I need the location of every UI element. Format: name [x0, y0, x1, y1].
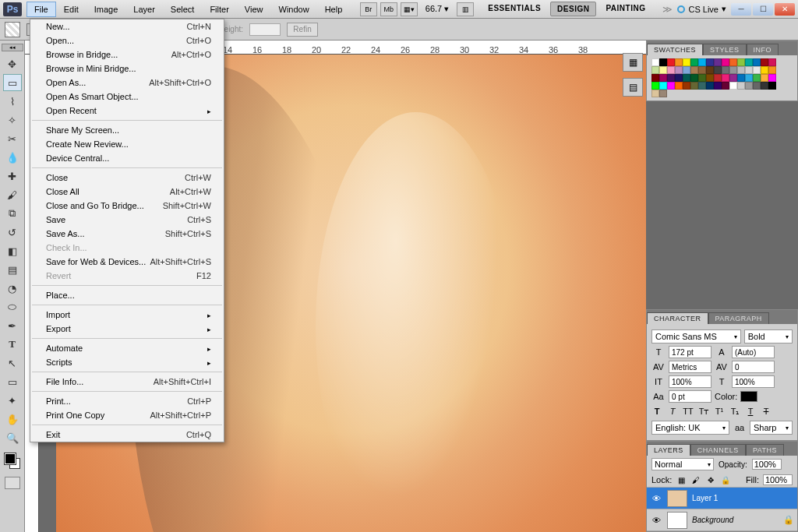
tab-swatches[interactable]: SWATCHES: [647, 44, 703, 55]
menuitem-print[interactable]: Print...Ctrl+P: [30, 394, 224, 408]
swatch[interactable]: [745, 74, 753, 82]
menu-file[interactable]: File: [26, 2, 56, 17]
swatch[interactable]: [683, 82, 690, 90]
swatch[interactable]: [698, 58, 706, 66]
font-family-select[interactable]: Comic Sans MS: [651, 329, 741, 344]
layer-thumbnail[interactable]: [667, 512, 687, 529]
menuitem-open-recent[interactable]: Open Recent: [30, 104, 224, 118]
swatch[interactable]: [768, 66, 776, 74]
swatch[interactable]: [761, 58, 768, 66]
swatch[interactable]: [761, 74, 768, 82]
swatch[interactable]: [722, 66, 729, 74]
tab-paragraph[interactable]: PARAGRAPH: [708, 312, 769, 324]
strike-button[interactable]: T: [761, 407, 772, 417]
refine-edge-button[interactable]: Refin: [287, 23, 318, 37]
history-brush-tool[interactable]: ↺: [3, 224, 22, 241]
swatch[interactable]: [659, 66, 667, 74]
color-picker[interactable]: [3, 452, 22, 470]
swatch[interactable]: [737, 82, 745, 90]
lock-all[interactable]: 🔒: [720, 474, 731, 485]
dodge-tool[interactable]: ⬭: [3, 298, 22, 315]
swatch[interactable]: [667, 74, 675, 82]
menuitem-save-for-web-devices[interactable]: Save for Web & Devices...Alt+Shift+Ctrl+…: [30, 255, 224, 269]
workspace-essentials[interactable]: ESSENTIALS: [482, 2, 547, 16]
menuitem-open-as-smart-object[interactable]: Open As Smart Object...: [30, 90, 224, 104]
swatch[interactable]: [745, 82, 753, 90]
swatch[interactable]: [737, 66, 745, 74]
type-tool[interactable]: T: [3, 336, 22, 353]
swatch[interactable]: [714, 66, 722, 74]
menuitem-browse-in-mini-bridge[interactable]: Browse in Mini Bridge...: [30, 62, 224, 76]
menuitem-export[interactable]: Export: [30, 322, 224, 336]
swatch[interactable]: [714, 58, 722, 66]
language-select[interactable]: English: UK: [651, 421, 729, 435]
window-maximize[interactable]: ☐: [753, 3, 773, 16]
swatch-grid[interactable]: [651, 58, 793, 97]
blur-tool[interactable]: ◔: [3, 280, 22, 297]
swatch[interactable]: [722, 58, 729, 66]
menuitem-file-info[interactable]: File Info...Alt+Shift+Ctrl+I: [30, 375, 224, 389]
menuitem-close-all[interactable]: Close AllAlt+Ctrl+W: [30, 185, 224, 199]
subscript-button[interactable]: T₁: [729, 407, 740, 417]
arrange-button[interactable]: ▥: [457, 2, 474, 16]
font-weight-select[interactable]: Bold: [744, 329, 793, 344]
menuitem-scripts[interactable]: Scripts: [30, 355, 224, 369]
hand-tool[interactable]: ✋: [3, 410, 22, 428]
tab-paths[interactable]: PATHS: [746, 444, 784, 456]
swatch[interactable]: [651, 82, 659, 90]
swatch[interactable]: [659, 90, 667, 97]
screen-mode-button[interactable]: ▦▾: [401, 2, 418, 16]
swatch[interactable]: [659, 74, 667, 82]
crop-tool[interactable]: ✂: [3, 130, 22, 147]
menuitem-device-central[interactable]: Device Central...: [30, 151, 224, 165]
swatch[interactable]: [745, 58, 753, 66]
menu-filter[interactable]: Filter: [202, 2, 236, 17]
menuitem-close-and-go-to-bridge[interactable]: Close and Go To Bridge...Shift+Ctrl+W: [30, 199, 224, 213]
swatch[interactable]: [690, 82, 698, 90]
swatch[interactable]: [651, 90, 659, 97]
swatch[interactable]: [690, 74, 698, 82]
tab-styles[interactable]: STYLES: [703, 44, 747, 55]
swatch[interactable]: [745, 66, 753, 74]
swatch[interactable]: [737, 74, 745, 82]
visibility-toggle[interactable]: 👁: [650, 494, 662, 503]
swatch[interactable]: [651, 66, 659, 74]
height-field[interactable]: [249, 23, 281, 36]
lasso-tool[interactable]: ⌇: [3, 93, 22, 110]
lock-pixels[interactable]: 🖌: [690, 474, 701, 485]
layer-thumbnail[interactable]: [667, 490, 687, 507]
swatch[interactable]: [690, 66, 698, 74]
gradient-tool[interactable]: ▤: [3, 261, 22, 278]
menuitem-save[interactable]: SaveCtrl+S: [30, 213, 224, 227]
swatch[interactable]: [706, 58, 714, 66]
minibridge-button[interactable]: Mb: [380, 2, 397, 16]
menuitem-open[interactable]: Open...Ctrl+O: [30, 33, 224, 48]
menuitem-new[interactable]: New...Ctrl+N: [30, 19, 224, 33]
swatch[interactable]: [729, 66, 737, 74]
antialias-select[interactable]: Sharp: [750, 421, 793, 435]
swatch[interactable]: [651, 58, 659, 66]
swatch[interactable]: [683, 58, 690, 66]
superscript-button[interactable]: T¹: [714, 407, 725, 417]
swatch[interactable]: [683, 66, 690, 74]
text-color-swatch[interactable]: [740, 391, 757, 402]
menu-layer[interactable]: Layer: [125, 2, 163, 17]
wand-tool[interactable]: ✧: [3, 111, 22, 129]
swatch[interactable]: [729, 74, 737, 82]
menu-image[interactable]: Image: [87, 2, 126, 17]
workspace-painting[interactable]: PAINTING: [599, 2, 651, 16]
brush-tool[interactable]: 🖌: [3, 186, 22, 203]
swatch[interactable]: [753, 82, 761, 90]
tab-info[interactable]: INFO: [747, 44, 779, 55]
swatch[interactable]: [753, 66, 761, 74]
menu-help[interactable]: Help: [317, 2, 351, 17]
swatch[interactable]: [722, 82, 729, 90]
eyedropper-tool[interactable]: 💧: [3, 149, 22, 166]
swatch[interactable]: [659, 82, 667, 90]
swatch[interactable]: [737, 58, 745, 66]
shape-tool[interactable]: ▭: [3, 373, 22, 390]
menuitem-close[interactable]: CloseCtrl+W: [30, 171, 224, 185]
blend-mode-select[interactable]: Normal: [651, 458, 714, 470]
tab-channels[interactable]: CHANNELS: [690, 444, 746, 456]
swatch[interactable]: [698, 74, 706, 82]
